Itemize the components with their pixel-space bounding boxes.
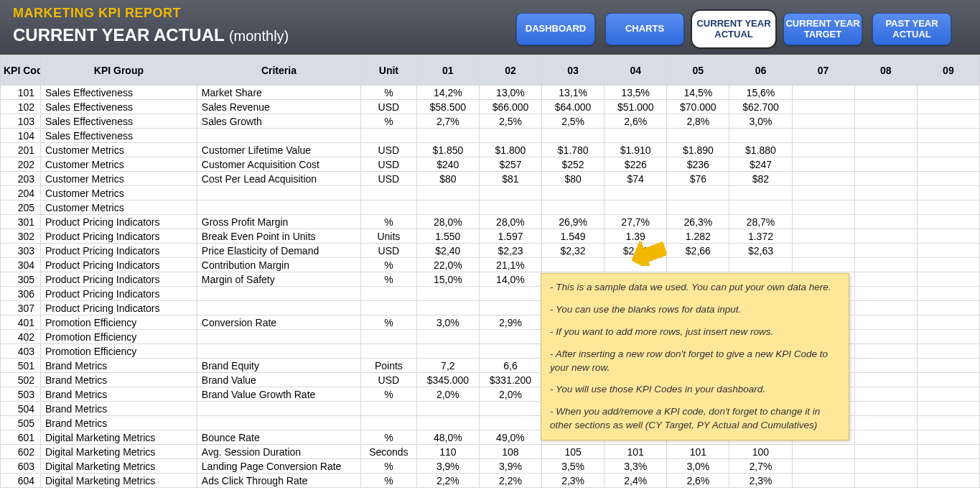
cell-code[interactable]: 603 bbox=[1, 459, 41, 474]
cell-m3[interactable]: 3,5% bbox=[542, 459, 605, 474]
cell-m8[interactable] bbox=[854, 258, 917, 272]
cell-m8[interactable] bbox=[854, 301, 917, 315]
cell-m1[interactable]: 3,0% bbox=[416, 315, 479, 330]
cell-m5[interactable]: $236 bbox=[667, 157, 729, 172]
cell-m2[interactable] bbox=[479, 186, 541, 200]
cell-m3[interactable]: $1.780 bbox=[542, 143, 605, 157]
cell-group[interactable]: Brand Metrics bbox=[41, 373, 197, 387]
cell-m5[interactable] bbox=[667, 186, 729, 200]
cell-unit[interactable] bbox=[361, 330, 417, 344]
cell-m5[interactable]: $2,66 bbox=[667, 244, 729, 258]
cell-unit[interactable] bbox=[361, 200, 417, 215]
cell-m1[interactable]: 3,9% bbox=[416, 459, 479, 474]
nav-dashboard[interactable]: DASHBOARD bbox=[516, 13, 595, 45]
cell-m4[interactable]: $1.910 bbox=[605, 143, 667, 157]
cell-m3[interactable] bbox=[542, 186, 605, 200]
cell-m9[interactable] bbox=[917, 258, 979, 272]
cell-m2[interactable]: 2,0% bbox=[479, 387, 541, 402]
cell-m9[interactable] bbox=[917, 416, 979, 430]
cell-m9[interactable] bbox=[917, 244, 979, 258]
cell-unit[interactable] bbox=[361, 344, 417, 359]
cell-m2[interactable]: 28,0% bbox=[479, 215, 541, 229]
cell-m6[interactable]: $62.700 bbox=[729, 100, 792, 114]
cell-m6[interactable]: 28,7% bbox=[729, 215, 792, 229]
cell-m3[interactable]: 13,1% bbox=[542, 86, 605, 100]
cell-m2[interactable] bbox=[479, 402, 541, 416]
cell-m8[interactable] bbox=[854, 459, 917, 474]
col-group[interactable]: KPI Group bbox=[41, 55, 197, 86]
cell-m3[interactable]: $64.000 bbox=[542, 100, 605, 114]
cell-m2[interactable] bbox=[479, 330, 541, 344]
cell-m7[interactable] bbox=[792, 474, 854, 488]
cell-m2[interactable]: 2,9% bbox=[479, 315, 541, 330]
cell-m8[interactable] bbox=[854, 416, 917, 430]
cell-m8[interactable] bbox=[854, 244, 917, 258]
cell-unit[interactable]: % bbox=[361, 430, 417, 445]
cell-criteria[interactable] bbox=[197, 186, 360, 200]
cell-criteria[interactable] bbox=[197, 330, 360, 344]
cell-m6[interactable]: $82 bbox=[729, 172, 792, 186]
cell-code[interactable]: 601 bbox=[1, 430, 41, 445]
cell-group[interactable]: Product Pricing Indicators bbox=[41, 215, 197, 229]
cell-m5[interactable]: 2,8% bbox=[667, 114, 729, 129]
cell-m7[interactable] bbox=[792, 86, 854, 100]
cell-m9[interactable] bbox=[917, 330, 979, 344]
cell-m3[interactable]: 2,3% bbox=[542, 474, 605, 488]
cell-code[interactable]: 501 bbox=[1, 359, 41, 373]
cell-m2[interactable]: $257 bbox=[479, 157, 541, 172]
cell-m8[interactable] bbox=[854, 129, 917, 143]
cell-m7[interactable] bbox=[792, 200, 854, 215]
cell-m1[interactable]: $80 bbox=[416, 172, 479, 186]
cell-code[interactable]: 103 bbox=[1, 114, 41, 129]
cell-m2[interactable] bbox=[479, 344, 541, 359]
cell-m7[interactable] bbox=[792, 445, 854, 459]
col-criteria[interactable]: Criteria bbox=[197, 55, 360, 86]
cell-m8[interactable] bbox=[854, 359, 917, 373]
cell-group[interactable]: Product Pricing Indicators bbox=[41, 244, 197, 258]
cell-m1[interactable] bbox=[416, 330, 479, 344]
cell-group[interactable]: Brand Metrics bbox=[41, 402, 197, 416]
cell-m1[interactable]: 22,0% bbox=[416, 258, 479, 272]
cell-m2[interactable]: 14,0% bbox=[479, 272, 541, 287]
cell-m6[interactable] bbox=[729, 258, 792, 272]
cell-m8[interactable] bbox=[854, 215, 917, 229]
cell-criteria[interactable]: Contribution Margin bbox=[197, 258, 360, 272]
cell-m4[interactable]: $226 bbox=[605, 157, 667, 172]
cell-m2[interactable]: 6,6 bbox=[479, 359, 541, 373]
cell-code[interactable]: 502 bbox=[1, 373, 41, 387]
col-m04[interactable]: 04 bbox=[605, 55, 667, 86]
cell-m6[interactable]: $247 bbox=[729, 157, 792, 172]
cell-m1[interactable] bbox=[416, 416, 479, 430]
cell-m9[interactable] bbox=[917, 373, 979, 387]
cell-group[interactable]: Sales Effectiveness bbox=[41, 86, 197, 100]
cell-m2[interactable] bbox=[479, 301, 541, 315]
cell-m7[interactable] bbox=[792, 100, 854, 114]
cell-m7[interactable] bbox=[792, 244, 854, 258]
cell-m1[interactable]: $345.000 bbox=[416, 373, 479, 387]
cell-m8[interactable] bbox=[854, 186, 917, 200]
cell-m7[interactable] bbox=[792, 129, 854, 143]
nav-past-year-actual[interactable]: PAST YEAR ACTUAL bbox=[872, 13, 951, 45]
cell-m4[interactable] bbox=[605, 129, 667, 143]
cell-m2[interactable]: 2,2% bbox=[479, 474, 541, 488]
cell-m7[interactable] bbox=[792, 215, 854, 229]
cell-m7[interactable] bbox=[792, 186, 854, 200]
cell-criteria[interactable]: Gross Profit Margin bbox=[197, 215, 360, 229]
cell-m4[interactable]: 13,5% bbox=[605, 86, 667, 100]
cell-m6[interactable]: $1.880 bbox=[729, 143, 792, 157]
cell-m1[interactable]: $240 bbox=[416, 157, 479, 172]
cell-group[interactable]: Promotion Efficiency bbox=[41, 344, 197, 359]
cell-group[interactable]: Product Pricing Indicators bbox=[41, 287, 197, 301]
cell-group[interactable]: Brand Metrics bbox=[41, 416, 197, 430]
cell-group[interactable]: Digital Marketing Metrics bbox=[41, 474, 197, 488]
cell-m3[interactable]: $80 bbox=[542, 172, 605, 186]
cell-m8[interactable] bbox=[854, 100, 917, 114]
cell-code[interactable]: 401 bbox=[1, 315, 41, 330]
cell-code[interactable]: 604 bbox=[1, 474, 41, 488]
cell-m7[interactable] bbox=[792, 157, 854, 172]
cell-group[interactable]: Customer Metrics bbox=[41, 186, 197, 200]
cell-m7[interactable] bbox=[792, 143, 854, 157]
cell-unit[interactable]: USD bbox=[361, 100, 417, 114]
cell-m2[interactable]: $1.800 bbox=[479, 143, 541, 157]
cell-m8[interactable] bbox=[854, 330, 917, 344]
